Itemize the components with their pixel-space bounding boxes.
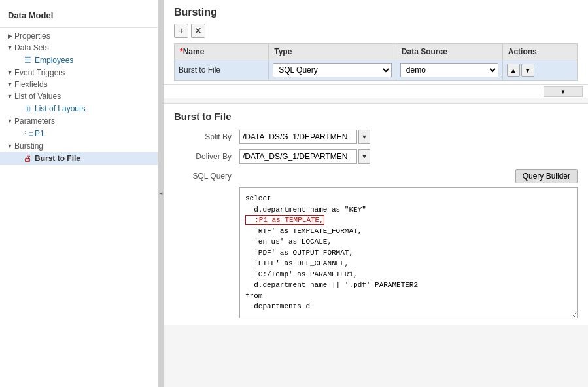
sidebar-label-datasets: Data Sets — [14, 43, 49, 52]
cell-datasource: demo — [396, 60, 502, 81]
arrow-icon: ▼ — [5, 80, 14, 89]
sql-editor[interactable]: select d.department_name as "KEY" :P1 as… — [239, 187, 578, 318]
arrow-icon: ▼ — [5, 141, 14, 151]
split-by-input[interactable] — [239, 130, 357, 144]
cell-name: Burst to File — [175, 60, 269, 81]
sql-line6: 'PDF' as OUTPUT_FORMAT, — [245, 249, 353, 257]
arrow-icon: ▼ — [5, 68, 14, 77]
sql-line10: from — [245, 292, 262, 300]
sidebar-label-employees: Employees — [35, 56, 73, 65]
sidebar-label-properties: Properties — [14, 31, 50, 41]
cell-actions: ▲ ▼ — [502, 60, 577, 81]
sql-line2: d.department_name as "KEY" — [245, 206, 366, 213]
sidebar-item-p1[interactable]: ⋮≡ P1 — [0, 127, 158, 140]
split-by-row: Split By ▼ — [174, 130, 578, 144]
col-header-datasource: Data Source — [396, 44, 502, 60]
col-header-name: *Name — [175, 44, 269, 60]
sql-right-panel: Query Builder select d.department_name a… — [239, 169, 578, 318]
spacer — [13, 129, 22, 138]
type-select[interactable]: SQL Query — [273, 63, 392, 77]
scroll-indicator: ▼ — [164, 85, 588, 98]
sql-line11: departments d — [245, 303, 310, 310]
table-row: Burst to File SQL Query — [175, 60, 578, 81]
sidebar-item-flexfields[interactable]: ▼ Flexfields — [0, 79, 158, 90]
deliver-by-input[interactable] — [239, 149, 357, 164]
sidebar-label-list-of-layouts: List of Layouts — [35, 104, 85, 113]
move-down-button[interactable]: ▼ — [521, 64, 534, 77]
split-by-label: Split By — [174, 132, 239, 141]
sidebar-item-list-of-values[interactable]: ▼ List of Values — [0, 90, 158, 102]
arrow-icon: ▶ — [5, 31, 14, 41]
sidebar-item-datasets[interactable]: ▼ Data Sets — [0, 42, 158, 54]
sidebar-item-event-triggers[interactable]: ▼ Event Triggers — [0, 67, 158, 79]
main-content: Bursting + ✕ *Name Type Data Source Acti… — [164, 0, 588, 387]
sql-line4: 'RTF' as TEMPLATE_FORMAT, — [245, 227, 362, 235]
sql-line9: d.department_name || '.pdf' PARAMETER2 — [245, 281, 418, 289]
sidebar-label-event-triggers: Event Triggers — [14, 68, 65, 77]
spacer — [13, 104, 22, 113]
sidebar: Data Model ▶ Properties ▼ Data Sets ☰ Em… — [0, 0, 158, 387]
bursting-section: Bursting + ✕ *Name Type Data Source Acti… — [164, 0, 588, 85]
scroll-button[interactable]: ▼ — [544, 86, 583, 97]
dataset-icon: ☰ — [22, 55, 33, 65]
sql-line8: 'C:/Temp' as PARAMETER1, — [245, 270, 358, 278]
sidebar-label-burst-to-file: Burst to File — [35, 154, 80, 163]
row-name-value: Burst to File — [179, 65, 220, 75]
sidebar-label-flexfields: Flexfields — [14, 80, 48, 89]
burst-icon: 🖨 — [22, 153, 33, 164]
col-header-actions: Actions — [502, 44, 577, 60]
spacer — [13, 154, 22, 163]
cell-type: SQL Query — [269, 60, 396, 81]
bursting-title: Bursting — [174, 7, 578, 18]
deliver-by-row: Deliver By ▼ — [174, 149, 578, 164]
sql-line7: 'FILE' as DEL_CHANNEL, — [245, 259, 349, 267]
deliver-by-dropdown[interactable]: ▼ — [358, 149, 370, 164]
add-button[interactable]: + — [174, 24, 188, 38]
sql-query-label: SQL Query — [174, 169, 239, 181]
sidebar-title: Data Model — [0, 5, 158, 28]
spacer — [13, 56, 22, 65]
col-header-type: Type — [269, 44, 396, 60]
sql-line3-highlighted: :P1 as TEMPLATE, — [245, 215, 324, 225]
layout-icon: ⊞ — [22, 103, 33, 114]
param-icon: ⋮≡ — [22, 128, 33, 139]
sidebar-item-burst-to-file[interactable]: 🖨 Burst to File — [0, 152, 158, 165]
move-up-button[interactable]: ▲ — [507, 64, 520, 77]
toolbar: + ✕ — [174, 24, 578, 38]
sidebar-item-properties[interactable]: ▶ Properties — [0, 30, 158, 42]
sidebar-label-parameters: Parameters — [14, 117, 55, 126]
datasource-select[interactable]: demo — [400, 63, 498, 77]
sql-line1: select — [245, 194, 271, 202]
sidebar-label-p1: P1 — [35, 129, 44, 138]
sidebar-item-bursting[interactable]: ▼ Bursting — [0, 140, 158, 152]
query-builder-button[interactable]: Query Builder — [515, 169, 578, 183]
sidebar-item-parameters[interactable]: ▼ Parameters — [0, 115, 158, 127]
sidebar-collapse-handle[interactable] — [158, 0, 164, 387]
arrow-icon: ▼ — [5, 43, 14, 52]
arrow-icon: ▼ — [5, 117, 14, 126]
burst-to-file-title: Burst to File — [174, 111, 578, 122]
delete-button[interactable]: ✕ — [191, 24, 205, 38]
bursting-table: *Name Type Data Source Actions Burst to … — [174, 43, 578, 81]
deliver-by-label: Deliver By — [174, 152, 239, 161]
burst-to-file-panel: Burst to File Split By ▼ Deliver By ▼ S — [164, 103, 588, 325]
sidebar-item-list-of-layouts[interactable]: ⊞ List of Layouts — [0, 102, 158, 115]
sidebar-label-list-of-values: List of Values — [14, 92, 61, 101]
sidebar-label-bursting: Bursting — [14, 141, 43, 151]
arrow-icon: ▼ — [5, 92, 14, 101]
split-by-dropdown[interactable]: ▼ — [358, 130, 370, 144]
sql-line5: 'en-us' as LOCALE, — [245, 238, 332, 246]
sql-query-row: SQL Query Query Builder select d.departm… — [174, 169, 578, 318]
sidebar-item-employees[interactable]: ☰ Employees — [0, 54, 158, 67]
